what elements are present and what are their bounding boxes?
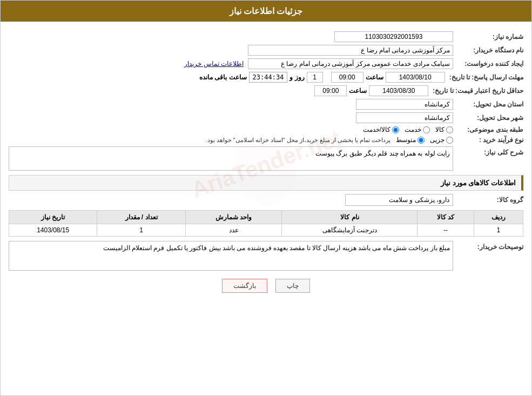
col-vahed: واحد شمارش: [185, 211, 282, 224]
cell-tedad: 1: [97, 224, 185, 237]
group-kala-label: گروه کالا:: [453, 196, 523, 204]
tabaqe-khadamat-label: خدمت: [405, 126, 421, 133]
shahr-label: شهر محل تحویل:: [453, 114, 523, 122]
contact-info-link[interactable]: اطلاعات تماس خریدار: [184, 60, 244, 68]
page-header: جزئیات اطلاعات نیاز: [1, 1, 531, 22]
no-farayand-label: نوع فرآیند خرید :: [453, 136, 523, 144]
tabaqe-kala-khadamat-label: کالا/خدمت: [363, 126, 390, 133]
no-farayand-row: نوع فرآیند خرید : جزیی متوسط پرداخت تمام…: [9, 136, 523, 144]
namedastgah-label: نام دستگاه خریدار:: [453, 46, 523, 54]
shomare-niaz-label: شماره نیاز:: [453, 33, 523, 41]
hadaqal-date: 1403/08/30: [369, 85, 428, 96]
table-header: ردیف کد کالا نام کالا واحد شمارش تعداد /…: [9, 211, 523, 224]
mohlat-label: مهلت ارسال پاسخ: تا تاریخ:: [445, 73, 523, 81]
cell-radif: 1: [474, 224, 523, 237]
cell-tarikh: 1403/08/15: [9, 224, 97, 237]
col-kod-kala: کد کالا: [417, 211, 474, 224]
tabaqe-kala-radio[interactable]: [446, 126, 453, 133]
page-title: جزئیات اطلاعات نیاز: [230, 6, 303, 16]
mohlat-date: 1403/08/10: [386, 72, 445, 83]
table-body: 1 -- دترجنت آزمایشگاهی عدد 1 1403/08/15: [9, 224, 523, 237]
table-row: 1 -- دترجنت آزمایشگاهی عدد 1 1403/08/15: [9, 224, 523, 237]
no-farayand-desc: پرداخت تمام یا بخشی از مبلغ خرید،از محل …: [205, 137, 390, 144]
hadaqal-row: حداقل تاریخ اعتبار قیمت: تا تاریخ: 1403/…: [9, 85, 523, 96]
tabaqe-kala-khadamat-radio[interactable]: [392, 126, 399, 133]
ijad-konande-row: ایجاد کننده درخواست: سیامک مرادی خدمات ع…: [9, 58, 523, 69]
hadaqal-time: 09:00: [314, 85, 347, 96]
no-farayand-jozi-label: جزیی: [430, 136, 445, 144]
cell-nam-kala: دترجنت آزمایشگاهی: [282, 224, 417, 237]
sharh-label: شرح کلی نیاز:: [453, 146, 523, 156]
no-farayand-radio-group: جزیی متوسط: [396, 136, 453, 144]
col-nam-kala: نام کالا: [282, 211, 417, 224]
kala-table: ردیف کد کالا نام کالا واحد شمارش تعداد /…: [9, 210, 523, 237]
mohlat-time-label: ساعت: [363, 73, 386, 81]
buttons-row: چاپ بازگشت: [9, 279, 523, 293]
ijad-konande-label: ایجاد کننده درخواست:: [453, 60, 523, 68]
cell-kod-kala: --: [417, 224, 474, 237]
hadaqal-time-label: ساعت: [347, 87, 369, 95]
ijad-konande-value: سیامک مرادی خدمات عمومی مرکز آموزشی درما…: [248, 58, 453, 69]
mohlat-remaining-label: ساعت باقی مانده: [197, 73, 249, 81]
ostan-label: استان محل تحویل:: [453, 100, 523, 108]
col-tedad: تعداد / مقدار: [97, 211, 185, 224]
group-kala-row: گروه کالا: دارو، پزشکی و سلامت: [9, 194, 523, 206]
mohlat-day: 1: [307, 72, 323, 83]
no-farayand-motevaset-radio[interactable]: [417, 137, 425, 144]
print-button[interactable]: چاپ: [275, 279, 310, 293]
tosaif-row: توصیحات خریدار: مبلغ باز پرداخت شش ماه م…: [9, 241, 523, 271]
ostan-row: استان محل تحویل: کرمانشاه: [9, 99, 523, 110]
tabaqe-khadamat-option[interactable]: خدمت: [405, 126, 430, 133]
back-button[interactable]: بازگشت: [222, 279, 267, 293]
tosaif-label: توصیحات خریدار:: [453, 241, 523, 251]
sharh-row: شرح کلی نیاز: رایت لوله به همراه چند قلم…: [9, 146, 523, 171]
tabaqe-khadamat-radio[interactable]: [423, 126, 430, 133]
tabaqe-row: طبقه بندی موضوعی: کالا خدمت کالا/خدمت: [9, 126, 523, 133]
namedastgah-value: مرکز آموزشی درمانی امام رضا ع: [248, 45, 453, 56]
main-content: AT AriaTender.net شماره نیاز: 1103030292…: [1, 22, 531, 306]
tabaqe-kala-khadamat-option[interactable]: کالا/خدمت: [363, 126, 399, 133]
no-farayand-jozi-radio[interactable]: [446, 137, 453, 144]
mohlat-countdown: 23:44:34: [249, 72, 288, 83]
no-farayand-motevaset-option[interactable]: متوسط: [396, 136, 425, 144]
tabaqe-radio-group: کالا خدمت کالا/خدمت: [363, 126, 453, 133]
shahr-value: کرمانشاه: [356, 112, 453, 123]
named-astgah-row: نام دستگاه خریدار: مرکز آموزشی درمانی ام…: [9, 45, 523, 56]
mohlat-day-label: روز و: [287, 73, 306, 81]
cell-vahed: عدد: [185, 224, 282, 237]
col-radif: ردیف: [474, 211, 523, 224]
no-farayand-motevaset-label: متوسط: [396, 136, 416, 144]
hadaqal-label: حداقل تاریخ اعتبار قیمت: تا تاریخ:: [428, 87, 523, 95]
tosaif-value: مبلغ باز پرداخت شش ماه می باشد هزینه ارس…: [9, 241, 453, 271]
col-tarikh: تاریخ نیاز: [9, 211, 97, 224]
no-farayand-jozi-option[interactable]: جزیی: [430, 136, 453, 144]
ostan-value: کرمانشاه: [356, 99, 453, 110]
tabaqe-kala-label: کالا: [435, 126, 445, 133]
shomare-niaz-row: شماره نیاز: 1103030292001593: [9, 31, 523, 42]
shomare-niaz-value: 1103030292001593: [334, 31, 453, 42]
tabaqe-kala-option[interactable]: کالا: [435, 126, 453, 133]
kala-info-title: اطلاعات کالاهای مورد نیاز: [9, 175, 523, 191]
shahr-row: شهر محل تحویل: کرمانشاه: [9, 112, 523, 123]
sharh-value: رایت لوله به همراه چند قلم دیگر طبق برگ …: [9, 146, 453, 171]
group-kala-value: دارو، پزشکی و سلامت: [345, 194, 453, 206]
tabaqe-label: طبقه بندی موضوعی:: [453, 126, 523, 133]
mohlat-row: مهلت ارسال پاسخ: تا تاریخ: 1403/08/10 سا…: [9, 72, 523, 83]
mohlat-time: 09:00: [331, 72, 363, 83]
